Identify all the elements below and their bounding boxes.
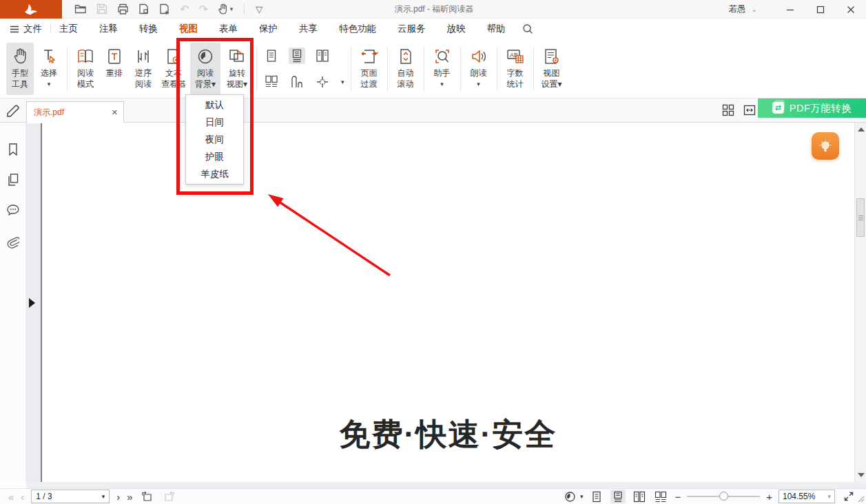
file-menu[interactable]: 文件 — [10, 23, 42, 35]
scroll-up-arrow-icon[interactable] — [858, 127, 865, 132]
separate-cover-layout-icon[interactable] — [289, 74, 305, 90]
tab-features[interactable]: 特色功能 — [339, 23, 376, 35]
user-menu-chevron-icon[interactable]: ⌄ — [752, 6, 757, 13]
tab-comment[interactable]: 注释 — [99, 23, 118, 35]
group-separator — [67, 46, 68, 92]
close-button[interactable] — [836, 0, 866, 19]
pdf-converter-button[interactable]: ⇄ PDF万能转换 — [758, 98, 866, 118]
menu-separator — [50, 24, 51, 34]
tab-grid-icon[interactable] — [722, 104, 734, 116]
select-tool-button[interactable]: 选择 ▾ — [35, 43, 63, 95]
assistant-button[interactable]: 助手 ▾ — [429, 43, 456, 95]
tab-cloud[interactable]: 云服务 — [398, 23, 426, 35]
last-page-button[interactable]: » — [127, 492, 132, 502]
document-tab[interactable]: 演示.pdf ✕ — [26, 101, 124, 123]
tab-home[interactable]: 主页 — [59, 23, 78, 35]
tab-form[interactable]: 表单 — [219, 23, 238, 35]
reading-background-quick-icon[interactable] — [563, 490, 578, 503]
status-continuous-icon[interactable] — [610, 490, 626, 503]
next-page-button[interactable]: › — [116, 492, 120, 502]
zoom-level-select[interactable]: 104.55% ▾ — [779, 490, 835, 503]
redo-button[interactable]: ↷ — [198, 3, 207, 16]
annotate-pencil-icon[interactable] — [6, 103, 22, 118]
menu-item-default[interactable]: 默认 — [186, 96, 243, 114]
group-separator — [351, 46, 351, 92]
first-page-button[interactable]: « — [8, 492, 14, 502]
tab-share[interactable]: 共享 — [299, 23, 318, 35]
tips-lightbulb-button[interactable] — [812, 132, 839, 160]
auto-scroll-button[interactable]: 自动 滚动 — [392, 43, 420, 95]
tab-slideshow[interactable]: 放映 — [447, 23, 466, 35]
caret-down-icon: ▾ — [230, 6, 234, 12]
menu-item-day[interactable]: 日间 — [186, 114, 243, 131]
status-single-page-icon[interactable] — [589, 490, 604, 503]
select-tool-icon — [41, 45, 57, 67]
page-thumbnails-panel-icon[interactable] — [0, 168, 26, 191]
continuous-facing-layout-icon[interactable] — [263, 74, 280, 90]
page-number-select[interactable]: 1 / 3 ▾ — [31, 490, 110, 503]
menu-item-parchment[interactable]: 羊皮纸 — [186, 165, 243, 182]
open-file-button[interactable] — [74, 3, 87, 14]
reading-background-icon — [196, 45, 214, 67]
page-transition-button[interactable]: 页面 过渡 — [355, 43, 383, 95]
search-icon[interactable] — [522, 23, 533, 34]
tab-help[interactable]: 帮助 — [487, 23, 506, 35]
customize-toolbar-chevron[interactable]: ▽ — [256, 4, 262, 14]
foxit-logo[interactable] — [0, 0, 62, 19]
read-aloud-button[interactable]: 朗读 ▾ — [465, 43, 493, 95]
next-view-button[interactable] — [162, 490, 177, 503]
save-button[interactable] — [96, 3, 107, 14]
previous-page-button[interactable]: ‹ — [21, 492, 24, 502]
zoom-out-button[interactable]: − — [674, 491, 681, 503]
menu-item-night[interactable]: 夜间 — [186, 131, 243, 148]
undo-button[interactable]: ↶ — [180, 3, 189, 16]
user-name[interactable]: 若愚 — [729, 3, 746, 15]
reverse-reading-button[interactable]: 逆序 阅读 — [130, 43, 157, 95]
document-views-icon[interactable] — [743, 104, 756, 116]
previous-view-button[interactable] — [140, 490, 155, 503]
scroll-down-arrow-icon[interactable] — [858, 473, 865, 477]
add-page-button[interactable] — [159, 3, 170, 14]
tab-protect[interactable]: 保护 — [259, 23, 278, 35]
status-facing-icon[interactable] — [632, 490, 647, 503]
bookmarks-panel-icon[interactable] — [0, 138, 26, 161]
tab-convert[interactable]: 转换 — [139, 23, 158, 35]
file-menu-label: 文件 — [23, 23, 42, 35]
reading-mode-button[interactable]: 阅读 模式 — [72, 43, 99, 95]
export-page-button[interactable] — [138, 3, 150, 14]
zoom-slider[interactable] — [687, 492, 760, 501]
reflow-icon — [106, 45, 123, 67]
vertical-scrollbar[interactable] — [854, 123, 866, 482]
facing-layout-icon[interactable] — [314, 48, 331, 64]
zoom-in-button[interactable]: + — [766, 491, 772, 503]
window-resize-grip[interactable] — [856, 494, 865, 503]
comments-panel-icon[interactable] — [0, 198, 26, 222]
continuous-layout-icon[interactable] — [289, 48, 305, 64]
hand-gesture-button[interactable]: ▾ — [218, 3, 234, 14]
menu-item-eye-care[interactable]: 护眼 — [186, 148, 243, 165]
view-settings-button[interactable]: 视图 设置▾ — [538, 43, 566, 95]
maximize-button[interactable] — [805, 0, 836, 19]
minimize-button[interactable] — [775, 0, 805, 19]
reflow-button[interactable]: 重排 — [101, 43, 128, 95]
text-viewer-button[interactable]: 文本 查看器 — [158, 43, 189, 95]
status-continuous-facing-icon[interactable] — [653, 490, 668, 503]
tab-view[interactable]: 视图 — [179, 23, 198, 35]
print-button[interactable] — [117, 3, 129, 14]
rotate-view-button[interactable]: 旋转 视图▾ — [222, 43, 252, 95]
split-view-icon[interactable] — [314, 74, 331, 90]
split-view-caret-icon[interactable]: ▾ — [341, 78, 344, 85]
attachments-panel-icon[interactable] — [0, 230, 26, 253]
zoom-slider-knob[interactable] — [719, 492, 728, 501]
hand-tool-button[interactable]: 手型 工具 — [6, 43, 34, 95]
view-settings-icon — [543, 45, 561, 67]
tab-close-icon[interactable]: ✕ — [112, 108, 118, 117]
reading-background-caret-icon[interactable]: ▾ — [580, 493, 584, 500]
reading-background-button[interactable]: 阅读 背景▾ — [190, 43, 220, 95]
scrollbar-thumb[interactable] — [856, 198, 865, 237]
fullscreen-button[interactable] — [841, 490, 856, 503]
single-page-layout-icon[interactable] — [263, 48, 280, 64]
word-count-button[interactable]: AB 字数 统计 — [502, 43, 529, 95]
expand-panel-arrow-icon[interactable] — [29, 298, 35, 308]
horizontal-scrollbar[interactable] — [26, 482, 866, 488]
